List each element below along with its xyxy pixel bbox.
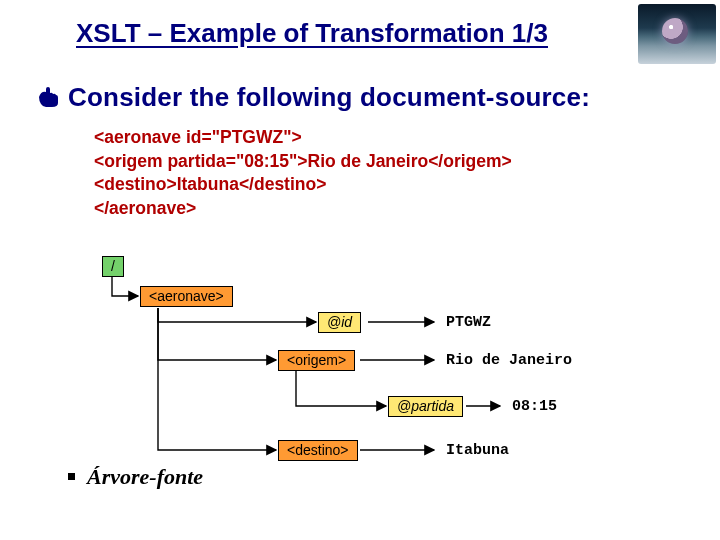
code-line: <aeronave id="PTGWZ"> [94, 126, 512, 150]
node-attr-id: @id [318, 312, 361, 333]
node-destino: <destino> [278, 440, 358, 461]
subhead-text: Consider the following document-source: [68, 82, 590, 112]
slide-subhead: Consider the following document-source: [38, 82, 590, 115]
decorative-image [638, 4, 716, 64]
node-origem: <origem> [278, 350, 355, 371]
tree-caption: Árvore-fonte [68, 464, 203, 490]
value-partida: 08:15 [504, 397, 565, 417]
code-line: <destino>Itabuna</destino> [94, 173, 512, 197]
node-aeronave: <aeronave> [140, 286, 233, 307]
value-id: PTGWZ [438, 313, 499, 333]
node-attr-partida: @partida [388, 396, 463, 417]
slide-title: XSLT – Example of Transformation 1/3 [76, 18, 548, 49]
node-root: / [102, 256, 124, 277]
xml-source-code: <aeronave id="PTGWZ"> <origem partida="0… [94, 126, 512, 221]
value-destino: Itabuna [438, 441, 517, 461]
code-line: <origem partida="08:15">Rio de Janeiro</… [94, 150, 512, 174]
value-origem: Rio de Janeiro [438, 351, 580, 371]
hand-icon [38, 83, 62, 114]
tree-diagram: / <aeronave> @id PTGWZ <origem> Rio de J… [98, 256, 658, 486]
code-line: </aeronave> [94, 197, 512, 221]
